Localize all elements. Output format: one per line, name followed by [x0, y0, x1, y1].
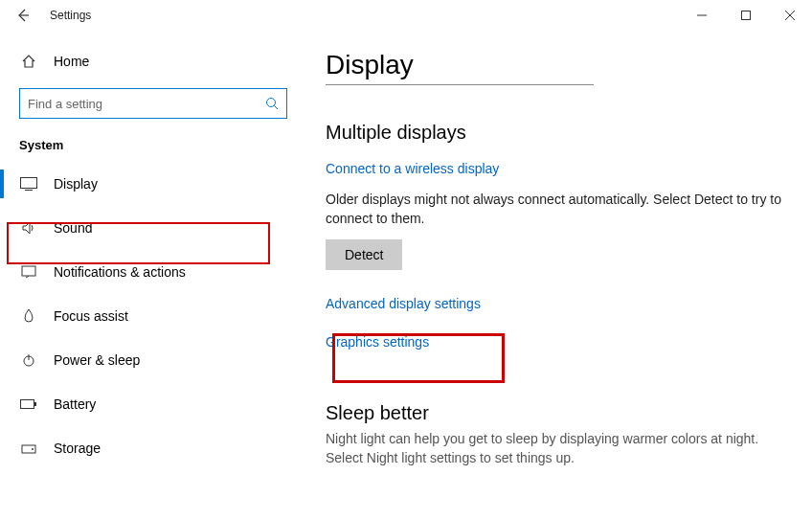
- detect-description: Older displays might not always connect …: [326, 191, 783, 228]
- sidebar-item-label: Focus assist: [54, 308, 128, 324]
- power-icon: [19, 352, 38, 368]
- sound-icon: [19, 220, 38, 236]
- sidebar: Home System Display Sound Notifica: [0, 31, 306, 520]
- close-button[interactable]: [768, 0, 812, 31]
- back-button[interactable]: [11, 4, 34, 27]
- minimize-button[interactable]: [680, 0, 724, 31]
- main-content: Display Multiple displays Connect to a w…: [306, 31, 812, 520]
- svg-point-8: [32, 448, 34, 450]
- sidebar-item-display[interactable]: Display: [0, 162, 306, 206]
- sidebar-item-sound[interactable]: Sound: [0, 206, 306, 250]
- advanced-display-settings-link[interactable]: Advanced display settings: [326, 296, 481, 311]
- focus-assist-icon: [19, 308, 38, 324]
- section-heading-multiple-displays: Multiple displays: [326, 122, 783, 144]
- page-title: Display: [326, 50, 783, 80]
- titlebar: Settings: [0, 0, 812, 31]
- svg-rect-6: [34, 402, 36, 406]
- connect-wireless-display-link[interactable]: Connect to a wireless display: [326, 161, 499, 176]
- graphics-settings-link[interactable]: Graphics settings: [326, 334, 429, 350]
- search-input[interactable]: [28, 97, 265, 111]
- svg-rect-0: [742, 11, 751, 20]
- sidebar-item-storage[interactable]: Storage: [0, 426, 306, 470]
- sidebar-item-label: Power & sleep: [54, 352, 140, 368]
- sidebar-item-power-sleep[interactable]: Power & sleep: [0, 338, 306, 382]
- sidebar-item-label: Notifications & actions: [54, 264, 186, 280]
- notifications-icon: [19, 264, 38, 280]
- svg-rect-5: [21, 400, 34, 409]
- battery-icon: [19, 398, 38, 410]
- sidebar-item-label: Battery: [54, 396, 96, 412]
- detect-button[interactable]: Detect: [326, 239, 402, 270]
- sidebar-item-battery[interactable]: Battery: [0, 382, 306, 426]
- sidebar-item-label: Storage: [54, 441, 101, 456]
- svg-point-1: [267, 99, 276, 107]
- sidebar-item-label: Sound: [54, 220, 92, 236]
- title-underline: [326, 84, 594, 85]
- maximize-button[interactable]: [724, 0, 768, 31]
- search-icon: [265, 97, 279, 110]
- display-icon: [19, 177, 38, 191]
- storage-icon: [19, 441, 38, 456]
- window-title: Settings: [50, 9, 91, 22]
- sidebar-home-label: Home: [54, 54, 89, 69]
- sidebar-item-notifications[interactable]: Notifications & actions: [0, 250, 306, 294]
- window-controls: [680, 0, 812, 31]
- sleep-better-description: Night light can help you get to sleep by…: [326, 430, 783, 467]
- section-heading-sleep-better: Sleep better: [326, 402, 783, 424]
- sidebar-item-label: Display: [54, 176, 98, 192]
- home-icon: [19, 54, 38, 69]
- sidebar-section-heading: System: [0, 134, 306, 162]
- svg-rect-3: [22, 266, 35, 276]
- sidebar-item-focus-assist[interactable]: Focus assist: [0, 294, 306, 338]
- svg-rect-2: [21, 178, 37, 189]
- sidebar-home[interactable]: Home: [0, 46, 306, 77]
- search-box[interactable]: [19, 88, 287, 119]
